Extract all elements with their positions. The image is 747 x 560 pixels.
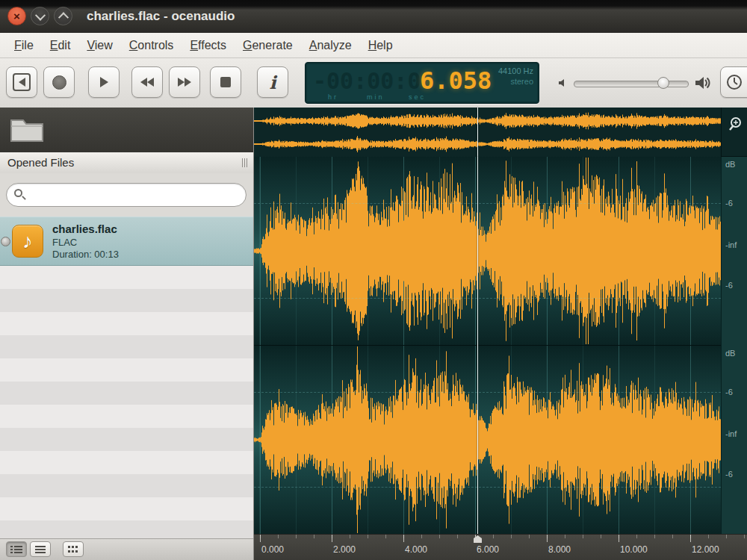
grid-view-icon [67, 545, 79, 554]
window-controls: × [7, 7, 72, 25]
timeline-label: 0.000 [261, 544, 284, 555]
menu-effects[interactable]: Effects [182, 33, 235, 57]
search-box [6, 183, 247, 207]
minimize-button[interactable] [31, 7, 49, 25]
timeline-label: 12.000 [692, 544, 719, 555]
time-ghost-digits: -00:00:0 [313, 68, 421, 94]
titlebar: × charlies.flac - ocenaudio [0, 0, 747, 34]
file-duration: Duration: 00:13 [52, 249, 119, 260]
rewind-button[interactable] [131, 66, 163, 98]
volume-low-icon [557, 77, 569, 92]
panel-grip-icon[interactable] [242, 158, 247, 167]
grid-line-minus6-top [254, 203, 721, 204]
close-button[interactable]: × [7, 7, 26, 25]
time-seconds: 6.058 [420, 66, 492, 95]
db-label: -6 [725, 199, 733, 208]
rewind-icon [140, 78, 154, 87]
stop-button[interactable] [210, 66, 241, 98]
menu-controls[interactable]: Controls [121, 33, 182, 57]
opened-file-item[interactable]: ♪ charlies.flac FLAC Duration: 00:13 [0, 217, 253, 266]
folder-icon [9, 116, 45, 143]
search-input[interactable] [32, 186, 243, 205]
fast-forward-button[interactable] [169, 66, 200, 98]
file-list-empty-area [0, 266, 253, 539]
maximize-button[interactable] [54, 7, 72, 25]
go-to-start-button[interactable] [6, 66, 37, 98]
overview-right-channel-canvas[interactable] [254, 134, 721, 154]
maximize-icon [58, 12, 68, 22]
file-name: charlies.flac [52, 223, 117, 235]
duration-clock-button[interactable] [720, 66, 747, 98]
menu-generate[interactable]: Generate [235, 33, 301, 57]
play-button[interactable] [88, 66, 120, 98]
close-icon: × [13, 10, 20, 22]
menu-help[interactable]: Help [360, 33, 401, 57]
clock-icon [725, 73, 743, 91]
playhead-line [477, 157, 478, 534]
list-view-icon [34, 545, 46, 554]
db-scale: dB -6 -inf -6 dB -6 -inf -6 [721, 157, 747, 534]
waveform-overview[interactable] [254, 108, 721, 158]
scale-column-header [721, 108, 747, 157]
file-search-row [0, 173, 253, 217]
timeline-label: 10.000 [620, 544, 648, 555]
timeline-label: 6.000 [477, 544, 499, 555]
db-label: -6 [725, 470, 733, 479]
db-label: -inf [725, 240, 737, 249]
db-label: dB [725, 160, 735, 169]
zoom-icon[interactable] [728, 116, 743, 133]
menu-view[interactable]: View [78, 33, 120, 57]
grid-line-minus6-bottom [254, 298, 721, 299]
db-label: -6 [725, 388, 733, 396]
timeline-label: 4.000 [405, 544, 427, 555]
info-icon: i [269, 72, 276, 93]
waveform-channels [254, 157, 721, 534]
toolbar: i -00:00:0 6.058 44100 Hz stereo hr min … [0, 58, 747, 108]
left-channel-waveform-canvas[interactable] [254, 157, 721, 345]
play-icon [100, 77, 108, 87]
file-active-indicator [1, 237, 10, 246]
minimize-icon [34, 10, 45, 20]
unit-hr-label: hr [328, 93, 338, 101]
db-label: -inf [725, 429, 737, 438]
right-channel[interactable] [254, 346, 721, 534]
timeline-label: 8.000 [548, 544, 571, 555]
playhead-marker[interactable] [474, 535, 482, 543]
menu-analyze[interactable]: Analyze [301, 33, 360, 57]
right-channel-waveform-canvas[interactable] [254, 346, 721, 534]
sidebar-footer [0, 538, 253, 560]
ocenaudio-window: × charlies.flac - ocenaudio File Edit Vi… [0, 0, 747, 560]
opened-files-caption: Opened Files [0, 152, 253, 174]
record-button[interactable] [43, 66, 75, 98]
time-display[interactable]: -00:00:0 6.058 44100 Hz stereo hr min se… [305, 62, 539, 104]
volume-slider-handle[interactable] [657, 77, 669, 89]
playhead-line-overview [477, 108, 478, 157]
sidebar: Opened Files ♪ charlies.flac FLAC Durati… [0, 108, 254, 560]
volume-slider-track[interactable] [574, 81, 689, 87]
grid-line-minus6-top [254, 392, 721, 393]
record-icon [52, 75, 66, 90]
sidebar-header [0, 108, 253, 153]
view-list-button[interactable] [30, 541, 51, 557]
info-button[interactable]: i [257, 66, 288, 98]
overview-left-channel-canvas[interactable] [254, 111, 721, 131]
timeline-label: 2.000 [333, 544, 356, 555]
left-channel[interactable] [254, 157, 721, 345]
file-format: FLAC [52, 237, 77, 248]
menu-file[interactable]: File [6, 33, 42, 57]
view-grid-button[interactable] [63, 541, 84, 557]
timeline-ruler[interactable]: 0.000 2.000 4.000 6.000 8.000 10.000 12.… [254, 534, 747, 560]
grid-line-minus6-bottom [254, 487, 721, 488]
menu-edit[interactable]: Edit [42, 33, 79, 57]
db-label: -6 [725, 281, 733, 290]
unit-min-label: min [367, 93, 385, 101]
sample-rate-label: 44100 Hz [498, 66, 533, 75]
menu-bar: File Edit View Controls Effects Generate… [0, 33, 747, 58]
window-title: charlies.flac - ocenaudio [87, 0, 235, 33]
panel-title: Opened Files [7, 152, 74, 173]
channel-mode-label: stereo [510, 77, 533, 86]
view-details-button[interactable] [6, 541, 27, 557]
stop-icon [220, 77, 231, 87]
fast-forward-icon [178, 78, 191, 87]
unit-sec-label: sec [409, 93, 426, 101]
